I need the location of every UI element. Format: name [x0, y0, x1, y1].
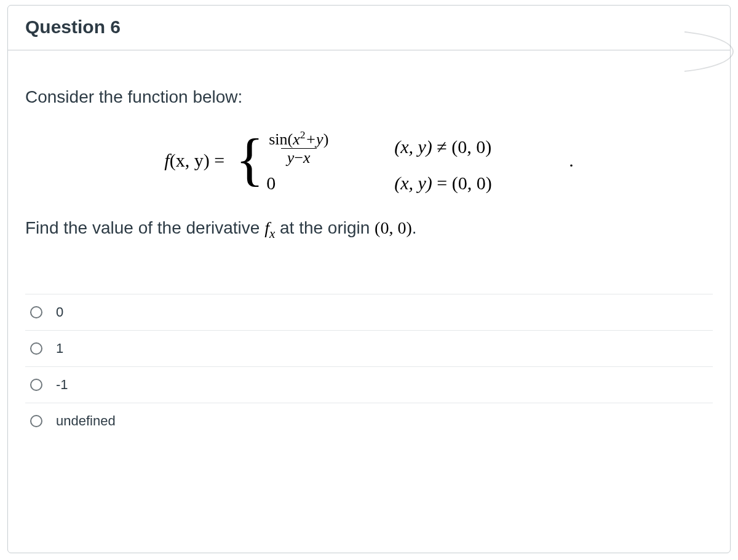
- radio-icon[interactable]: [30, 415, 42, 427]
- option-label: -1: [56, 377, 68, 393]
- option-neg1[interactable]: -1: [25, 367, 713, 403]
- case-1-value: sin(x2+y) y−x: [266, 128, 377, 167]
- cond2-op: =: [432, 173, 452, 193]
- den-y: y: [287, 149, 295, 167]
- option-label: 0: [56, 304, 63, 320]
- sin-label: sin: [269, 130, 287, 148]
- num-plusy: +y: [306, 130, 323, 148]
- instr-fx: fx: [264, 218, 275, 237]
- option-1[interactable]: 1: [25, 331, 713, 367]
- prompt-intro: Consider the function below:: [25, 87, 713, 107]
- case-2: 0 (x, y) = (0, 0): [266, 173, 566, 194]
- cond2-rhs: (0, 0): [452, 173, 492, 193]
- lhs: f(x, y) =: [164, 150, 224, 171]
- eq-period: .: [569, 150, 574, 171]
- piecewise-cases: sin(x2+y) y−x (x, y) ≠ (0, 0): [266, 128, 566, 194]
- num-close: ): [323, 130, 329, 148]
- instr-origin: (0, 0): [375, 218, 412, 237]
- radio-icon[interactable]: [30, 342, 42, 355]
- fraction-denominator: y−x: [281, 148, 317, 166]
- card-body: Consider the function below: f(x, y) = {…: [8, 50, 730, 439]
- num-sup: 2: [300, 128, 306, 141]
- lhs-eq: =: [210, 150, 224, 170]
- case-1: sin(x2+y) y−x (x, y) ≠ (0, 0): [266, 128, 566, 167]
- card-header: Question 6: [8, 6, 730, 50]
- instr-fx-f: f: [264, 218, 269, 237]
- fraction: sin(x2+y) y−x: [266, 129, 331, 166]
- option-undefined[interactable]: undefined: [25, 403, 713, 439]
- fraction-numerator: sin(x2+y): [266, 129, 331, 148]
- question-title: Question 6: [25, 17, 713, 37]
- radio-icon[interactable]: [30, 306, 42, 318]
- radio-icon[interactable]: [30, 379, 42, 391]
- question-card: Question 6 Consider the function below: …: [7, 5, 731, 553]
- option-label: 1: [56, 341, 63, 357]
- answer-options: 0 1 -1 undefined: [25, 294, 713, 439]
- instr-after: .: [412, 218, 417, 237]
- option-0[interactable]: 0: [25, 294, 713, 331]
- instr-mid: at the origin: [275, 218, 375, 237]
- case-2-condition: (x, y) = (0, 0): [394, 173, 566, 194]
- cond1-op: ≠: [432, 136, 451, 157]
- num-x: x: [293, 130, 300, 148]
- num-open: (: [288, 130, 293, 148]
- case2-zero: 0: [266, 173, 276, 193]
- cond1-xy: (x, y): [394, 136, 432, 157]
- cond1-rhs: (0, 0): [451, 136, 491, 157]
- brace-icon: {: [236, 133, 264, 186]
- option-label: undefined: [56, 413, 116, 429]
- lhs-f: f: [164, 150, 169, 170]
- case-1-condition: (x, y) ≠ (0, 0): [394, 136, 566, 157]
- case-2-value: 0: [266, 173, 377, 194]
- function-definition: f(x, y) = { sin(x2+y) y−x: [25, 128, 713, 194]
- instruction: Find the value of the derivative fx at t…: [25, 218, 713, 242]
- den-x: x: [303, 149, 311, 167]
- instr-fx-sub: x: [269, 226, 275, 240]
- den-minus: −: [294, 149, 303, 167]
- lhs-args: (x, y): [170, 150, 210, 170]
- cond2-xy: (x, y): [394, 173, 432, 193]
- instr-before: Find the value of the derivative: [25, 218, 264, 237]
